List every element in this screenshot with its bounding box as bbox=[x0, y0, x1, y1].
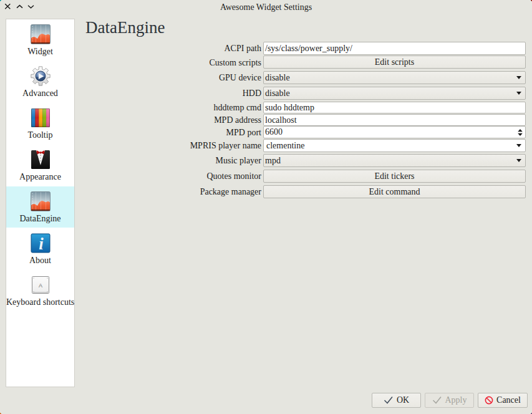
svg-text:i: i bbox=[39, 234, 44, 253]
svg-text:A: A bbox=[39, 282, 42, 289]
